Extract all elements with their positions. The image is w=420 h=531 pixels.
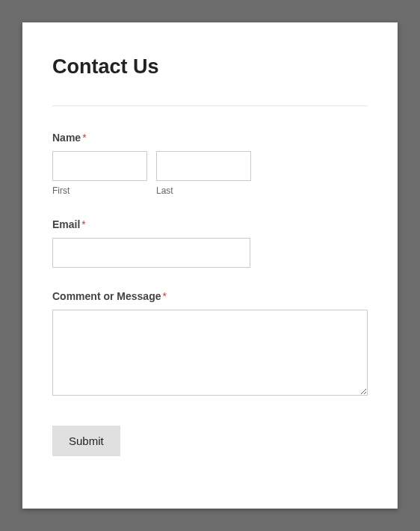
form-card: Contact Us Name* First Last Email* Comme… bbox=[22, 22, 398, 509]
first-name-input[interactable] bbox=[52, 151, 147, 181]
required-marker: * bbox=[82, 132, 86, 144]
last-name-input[interactable] bbox=[156, 151, 251, 181]
required-marker: * bbox=[81, 218, 85, 230]
name-label-text: Name bbox=[52, 132, 81, 144]
email-field-group: Email* bbox=[52, 218, 368, 268]
name-field-group: Name* First Last bbox=[52, 132, 368, 196]
message-label-text: Comment or Message bbox=[52, 290, 161, 302]
submit-button[interactable]: Submit bbox=[52, 426, 120, 456]
first-name-col: First bbox=[52, 151, 147, 196]
name-label: Name* bbox=[52, 132, 368, 144]
last-name-col: Last bbox=[156, 151, 251, 196]
last-name-sublabel: Last bbox=[156, 185, 251, 196]
divider bbox=[52, 105, 368, 106]
page-title: Contact Us bbox=[52, 55, 368, 79]
email-label-text: Email bbox=[52, 218, 80, 230]
email-input[interactable] bbox=[52, 238, 250, 268]
message-field-group: Comment or Message* bbox=[52, 290, 368, 399]
required-marker: * bbox=[162, 290, 166, 302]
message-textarea[interactable] bbox=[52, 310, 368, 396]
email-label: Email* bbox=[52, 218, 368, 230]
name-row: First Last bbox=[52, 151, 368, 196]
message-label: Comment or Message* bbox=[52, 290, 368, 302]
first-name-sublabel: First bbox=[52, 185, 147, 196]
